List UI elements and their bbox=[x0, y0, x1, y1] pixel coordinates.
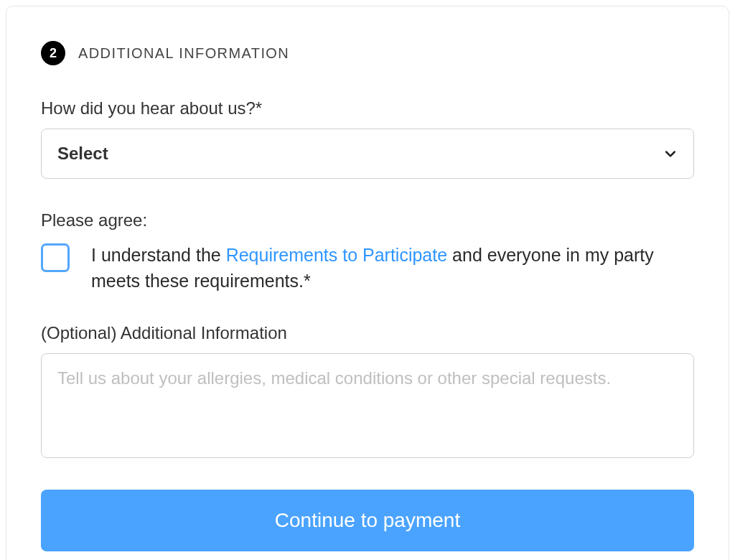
chevron-down-icon bbox=[663, 146, 678, 161]
additional-info-label: (Optional) Additional Information bbox=[41, 323, 694, 343]
hear-about-label: How did you hear about us?* bbox=[41, 98, 694, 118]
additional-info-textarea[interactable] bbox=[41, 353, 694, 458]
section-header: 2 ADDITIONAL INFORMATION bbox=[41, 41, 694, 65]
requirements-link[interactable]: Requirements to Participate bbox=[226, 245, 447, 265]
agree-label: Please agree: bbox=[41, 210, 694, 230]
continue-to-payment-button[interactable]: Continue to payment bbox=[41, 490, 694, 551]
agree-checkbox[interactable] bbox=[41, 243, 70, 272]
hear-about-field: How did you hear about us?* Select bbox=[41, 98, 694, 179]
additional-info-field: (Optional) Additional Information bbox=[41, 323, 694, 490]
agree-text: I understand the Requirements to Partici… bbox=[91, 242, 694, 294]
agree-field: Please agree: I understand the Requireme… bbox=[41, 210, 694, 294]
section-title: ADDITIONAL INFORMATION bbox=[78, 45, 289, 62]
agree-text-before: I understand the bbox=[91, 245, 226, 265]
hear-about-select[interactable]: Select bbox=[41, 129, 694, 179]
hear-about-selected-value: Select bbox=[57, 144, 108, 164]
step-number-badge: 2 bbox=[41, 41, 65, 65]
form-card: 2 ADDITIONAL INFORMATION How did you hea… bbox=[6, 6, 729, 560]
